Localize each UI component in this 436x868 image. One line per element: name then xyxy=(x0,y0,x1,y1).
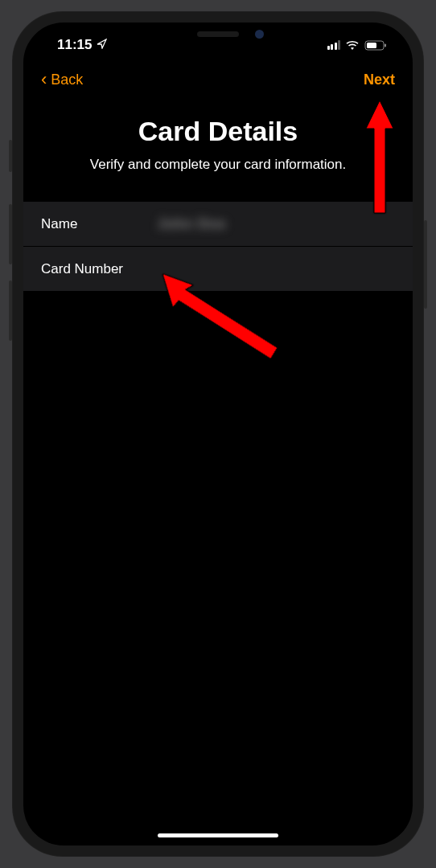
signal-icon xyxy=(327,40,341,50)
side-button xyxy=(9,280,12,341)
status-left: 11:15 xyxy=(57,37,107,53)
status-time: 11:15 xyxy=(57,37,92,53)
back-label: Back xyxy=(51,72,83,88)
svg-rect-2 xyxy=(385,43,386,47)
side-button xyxy=(424,220,427,309)
status-right xyxy=(327,40,388,51)
side-button xyxy=(9,204,12,264)
battery-icon xyxy=(364,40,387,51)
svg-rect-1 xyxy=(367,43,376,48)
card-number-row[interactable]: Card Number xyxy=(23,247,413,292)
wifi-icon xyxy=(345,40,360,51)
location-icon xyxy=(97,39,107,51)
home-indicator[interactable] xyxy=(158,833,278,837)
back-button[interactable]: ‹ Back xyxy=(41,71,83,88)
next-button[interactable]: Next xyxy=(364,72,395,88)
phone-frame: 11:15 xyxy=(12,11,424,857)
screen: 11:15 xyxy=(23,23,413,845)
page-title: Card Details xyxy=(23,116,413,147)
notch xyxy=(134,23,302,48)
name-field[interactable]: John Doe xyxy=(158,216,395,232)
chevron-left-icon: ‹ xyxy=(41,71,47,88)
name-label: Name xyxy=(41,216,158,232)
page-subtitle: Verify and complete your card informatio… xyxy=(23,157,413,173)
side-button xyxy=(9,140,12,172)
form-group: Name John Doe Card Number xyxy=(23,202,413,292)
card-number-label: Card Number xyxy=(41,261,158,277)
name-row[interactable]: Name John Doe xyxy=(23,202,413,247)
nav-bar: ‹ Back Next xyxy=(23,59,413,100)
